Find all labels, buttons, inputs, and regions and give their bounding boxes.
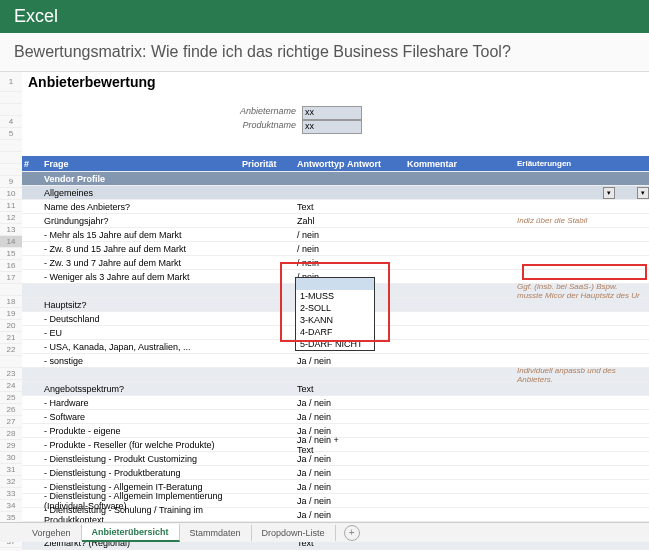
atyp-cell: Text xyxy=(297,202,347,212)
atyp-cell: Text xyxy=(297,384,347,394)
row-number[interactable] xyxy=(0,284,22,296)
row-number[interactable]: 32 xyxy=(0,476,22,488)
frage-cell: - Produkte - eigene xyxy=(42,426,242,436)
row-number[interactable]: 16 xyxy=(0,260,22,272)
row-number[interactable]: 17 xyxy=(0,272,22,284)
frage-cell: - sonstige xyxy=(42,356,242,366)
table-row[interactable]: Name des Anbieters?Text xyxy=(22,200,649,214)
dropdown-option[interactable]: 2-SOLL xyxy=(296,302,374,314)
row-number[interactable]: 31 xyxy=(0,464,22,476)
anbieter-value[interactable]: xx xyxy=(302,106,362,120)
sheet-tab[interactable]: Vorgehen xyxy=(22,525,82,541)
row-number[interactable]: 21 xyxy=(0,332,22,344)
row-number[interactable]: 18 xyxy=(0,296,22,308)
table-row[interactable]: - HardwareJa / nein xyxy=(22,396,649,410)
row-number[interactable] xyxy=(0,164,22,176)
dropdown-option[interactable]: 5-DARF NICHT xyxy=(296,338,374,350)
app-titlebar: Excel xyxy=(0,0,649,33)
dropdown-option[interactable]: 1-MUSS xyxy=(296,290,374,302)
add-sheet-button[interactable]: + xyxy=(344,525,360,541)
atyp-cell: Ja / nein + Text xyxy=(297,435,347,455)
row-number[interactable]: 4 xyxy=(0,116,22,128)
anbieter-label: Anbietername xyxy=(22,106,302,120)
frage-cell: - USA, Kanada, Japan, Australien, ... xyxy=(42,342,242,352)
row-number[interactable]: 10 xyxy=(0,188,22,200)
erl-cell: Individuell anpassb und des Anbieters. xyxy=(517,366,649,384)
row-number[interactable]: 15 xyxy=(0,248,22,260)
frage-cell: - Software xyxy=(42,412,242,422)
frage-cell: - EU xyxy=(42,328,242,338)
sheet-tab[interactable]: Anbieterübersicht xyxy=(82,524,180,542)
table-row[interactable]: - Produkte - Reseller (für welche Produk… xyxy=(22,438,649,452)
row-number[interactable]: 22 xyxy=(0,344,22,356)
row-number[interactable]: 19 xyxy=(0,308,22,320)
erl-cell: Ggf. (insb. bei SaaS-) Bspw. musste Mico… xyxy=(517,282,649,300)
atyp-cell: Ja / nein xyxy=(297,510,347,520)
sheet-tab[interactable]: Dropdown-Liste xyxy=(252,525,336,541)
sheet-tab[interactable]: Stammdaten xyxy=(180,525,252,541)
row-number[interactable]: 27 xyxy=(0,416,22,428)
row-number[interactable]: 1 xyxy=(0,72,22,92)
table-row[interactable]: - Dienstleistung - Schulung / Training i… xyxy=(22,508,649,522)
frage-cell: - Weniger als 3 Jahre auf dem Markt xyxy=(42,272,242,282)
row-number[interactable] xyxy=(0,152,22,164)
row-number[interactable] xyxy=(0,140,22,152)
row-number[interactable]: 20 xyxy=(0,320,22,332)
col-num: # xyxy=(22,159,42,169)
row-number[interactable]: 14 xyxy=(0,236,22,248)
row-number[interactable]: 26 xyxy=(0,404,22,416)
atyp-cell: Ja / nein xyxy=(297,412,347,422)
col-prio: Priorität xyxy=(242,159,297,169)
frage-cell: - Hardware xyxy=(42,398,242,408)
row-number[interactable]: 33 xyxy=(0,488,22,500)
frage-cell: - Zw. 3 und 7 Jahre auf dem Markt xyxy=(42,258,242,268)
atyp-cell: / nein xyxy=(297,244,347,254)
table-row[interactable]: - Zw. 8 und 15 Jahre auf dem Markt/ nein xyxy=(22,242,649,256)
atyp-cell: Ja / nein xyxy=(297,468,347,478)
row-number[interactable]: 9 xyxy=(0,176,22,188)
frage-cell: - Dienstleistung - Produkt Customizing xyxy=(42,454,242,464)
row-number[interactable]: 24 xyxy=(0,380,22,392)
sheet-title: Anbieterbewertung xyxy=(22,72,649,92)
table-row[interactable]: - SoftwareJa / nein xyxy=(22,410,649,424)
row-number[interactable]: 13 xyxy=(0,224,22,236)
row-number[interactable] xyxy=(0,356,22,368)
table-row[interactable]: Angebotsspektrum?Text xyxy=(22,382,649,396)
row-number[interactable]: 30 xyxy=(0,452,22,464)
frage-cell: Hauptsitz? xyxy=(42,300,242,310)
priority-dropdown-list[interactable]: 1-MUSS2-SOLL3-KANN4-DARF5-DARF NICHT xyxy=(295,277,375,351)
row-number[interactable] xyxy=(0,104,22,116)
table-row[interactable]: - Dienstleistung - ProduktberatungJa / n… xyxy=(22,466,649,480)
table-row[interactable]: Individuell anpassb und des Anbieters. xyxy=(22,368,649,382)
frage-cell: - Zw. 8 und 15 Jahre auf dem Markt xyxy=(42,244,242,254)
table-row[interactable]: Gründungsjahr?ZahlIndiz über die Stabil xyxy=(22,214,649,228)
row-number[interactable]: 11 xyxy=(0,200,22,212)
row-number[interactable]: 25 xyxy=(0,392,22,404)
row-number[interactable]: 34 xyxy=(0,500,22,512)
dropdown-option[interactable]: 3-KANN xyxy=(296,314,374,326)
table-row[interactable]: - Zw. 3 und 7 Jahre auf dem Markt/ nein xyxy=(22,256,649,270)
row-number-gutter: 1459101112131415161718192021222324252627… xyxy=(0,72,22,551)
subsection-allgemeines: Allgemeines ▾ ▾ xyxy=(22,186,649,200)
atyp-cell: Ja / nein xyxy=(297,454,347,464)
table-row[interactable]: - Mehr als 15 Jahre auf dem Markt/ nein xyxy=(22,228,649,242)
dropdown-option[interactable]: 4-DARF xyxy=(296,326,374,338)
frage-cell: - Mehr als 15 Jahre auf dem Markt xyxy=(42,230,242,240)
col-frage: Frage xyxy=(42,159,242,169)
row-number[interactable]: 29 xyxy=(0,440,22,452)
atyp-cell: Ja / nein xyxy=(297,356,347,366)
row-number[interactable]: 12 xyxy=(0,212,22,224)
col-komm: Kommentar xyxy=(407,159,517,169)
atyp-cell: Zahl xyxy=(297,216,347,226)
table-row[interactable]: - Dienstleistung - Produkt CustomizingJa… xyxy=(22,452,649,466)
produkt-value[interactable]: xx xyxy=(302,120,362,134)
row-number[interactable]: 28 xyxy=(0,428,22,440)
row-number[interactable]: 5 xyxy=(0,128,22,140)
frage-cell: Gründungsjahr? xyxy=(42,216,242,226)
row-number[interactable] xyxy=(0,92,22,104)
filter-dropdown-icon[interactable]: ▾ xyxy=(603,187,615,199)
erl-cell: Indiz über die Stabil xyxy=(517,216,649,225)
atyp-cell: Ja / nein xyxy=(297,482,347,492)
row-number[interactable]: 23 xyxy=(0,368,22,380)
filter-dropdown-icon[interactable]: ▾ xyxy=(637,187,649,199)
